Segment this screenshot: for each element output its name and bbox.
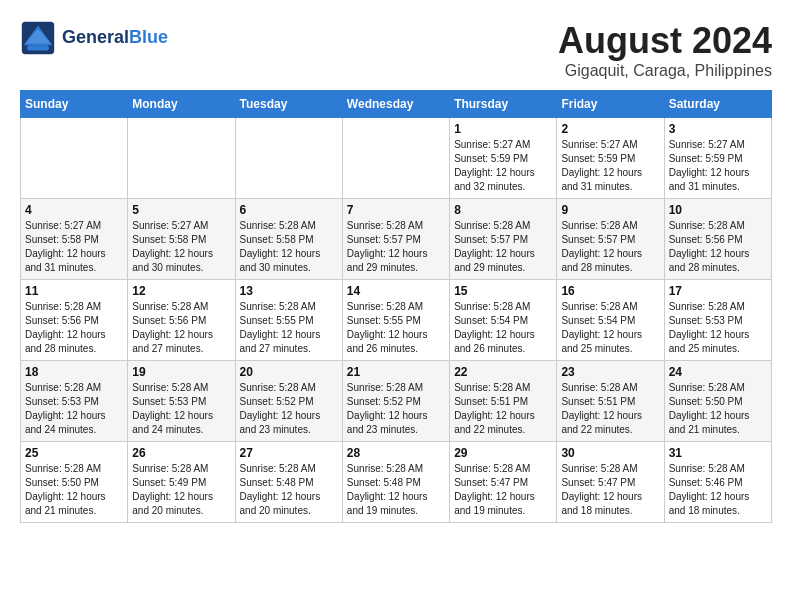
day-number: 2: [561, 122, 659, 136]
calendar-cell: 24Sunrise: 5:28 AM Sunset: 5:50 PM Dayli…: [664, 361, 771, 442]
day-number: 14: [347, 284, 445, 298]
day-info: Sunrise: 5:28 AM Sunset: 5:48 PM Dayligh…: [240, 462, 338, 518]
day-info: Sunrise: 5:28 AM Sunset: 5:51 PM Dayligh…: [454, 381, 552, 437]
calendar-cell: 29Sunrise: 5:28 AM Sunset: 5:47 PM Dayli…: [450, 442, 557, 523]
day-info: Sunrise: 5:28 AM Sunset: 5:52 PM Dayligh…: [347, 381, 445, 437]
day-number: 5: [132, 203, 230, 217]
calendar-cell: 3Sunrise: 5:27 AM Sunset: 5:59 PM Daylig…: [664, 118, 771, 199]
calendar-cell: 27Sunrise: 5:28 AM Sunset: 5:48 PM Dayli…: [235, 442, 342, 523]
calendar-cell: 21Sunrise: 5:28 AM Sunset: 5:52 PM Dayli…: [342, 361, 449, 442]
day-info: Sunrise: 5:27 AM Sunset: 5:59 PM Dayligh…: [561, 138, 659, 194]
weekday-header-monday: Monday: [128, 91, 235, 118]
calendar-week-1: 1Sunrise: 5:27 AM Sunset: 5:59 PM Daylig…: [21, 118, 772, 199]
day-number: 23: [561, 365, 659, 379]
calendar-cell: 6Sunrise: 5:28 AM Sunset: 5:58 PM Daylig…: [235, 199, 342, 280]
calendar-week-5: 25Sunrise: 5:28 AM Sunset: 5:50 PM Dayli…: [21, 442, 772, 523]
day-number: 26: [132, 446, 230, 460]
calendar-cell: 5Sunrise: 5:27 AM Sunset: 5:58 PM Daylig…: [128, 199, 235, 280]
calendar-cell: 14Sunrise: 5:28 AM Sunset: 5:55 PM Dayli…: [342, 280, 449, 361]
calendar-cell: 9Sunrise: 5:28 AM Sunset: 5:57 PM Daylig…: [557, 199, 664, 280]
day-info: Sunrise: 5:28 AM Sunset: 5:56 PM Dayligh…: [25, 300, 123, 356]
day-info: Sunrise: 5:27 AM Sunset: 5:59 PM Dayligh…: [669, 138, 767, 194]
day-info: Sunrise: 5:28 AM Sunset: 5:56 PM Dayligh…: [669, 219, 767, 275]
day-number: 24: [669, 365, 767, 379]
day-number: 11: [25, 284, 123, 298]
svg-rect-3: [27, 45, 49, 50]
day-number: 8: [454, 203, 552, 217]
calendar-cell: 13Sunrise: 5:28 AM Sunset: 5:55 PM Dayli…: [235, 280, 342, 361]
calendar-cell: 25Sunrise: 5:28 AM Sunset: 5:50 PM Dayli…: [21, 442, 128, 523]
day-number: 9: [561, 203, 659, 217]
weekday-header-saturday: Saturday: [664, 91, 771, 118]
calendar-cell: [342, 118, 449, 199]
calendar-cell: 18Sunrise: 5:28 AM Sunset: 5:53 PM Dayli…: [21, 361, 128, 442]
day-info: Sunrise: 5:28 AM Sunset: 5:48 PM Dayligh…: [347, 462, 445, 518]
calendar-cell: 16Sunrise: 5:28 AM Sunset: 5:54 PM Dayli…: [557, 280, 664, 361]
day-info: Sunrise: 5:28 AM Sunset: 5:53 PM Dayligh…: [669, 300, 767, 356]
calendar-cell: 4Sunrise: 5:27 AM Sunset: 5:58 PM Daylig…: [21, 199, 128, 280]
day-info: Sunrise: 5:27 AM Sunset: 5:58 PM Dayligh…: [132, 219, 230, 275]
calendar-week-2: 4Sunrise: 5:27 AM Sunset: 5:58 PM Daylig…: [21, 199, 772, 280]
day-info: Sunrise: 5:28 AM Sunset: 5:51 PM Dayligh…: [561, 381, 659, 437]
calendar-cell: 11Sunrise: 5:28 AM Sunset: 5:56 PM Dayli…: [21, 280, 128, 361]
calendar-week-3: 11Sunrise: 5:28 AM Sunset: 5:56 PM Dayli…: [21, 280, 772, 361]
day-info: Sunrise: 5:28 AM Sunset: 5:47 PM Dayligh…: [561, 462, 659, 518]
calendar-cell: 17Sunrise: 5:28 AM Sunset: 5:53 PM Dayli…: [664, 280, 771, 361]
calendar-cell: 22Sunrise: 5:28 AM Sunset: 5:51 PM Dayli…: [450, 361, 557, 442]
day-info: Sunrise: 5:28 AM Sunset: 5:49 PM Dayligh…: [132, 462, 230, 518]
weekday-header-wednesday: Wednesday: [342, 91, 449, 118]
day-info: Sunrise: 5:28 AM Sunset: 5:50 PM Dayligh…: [669, 381, 767, 437]
calendar-cell: 23Sunrise: 5:28 AM Sunset: 5:51 PM Dayli…: [557, 361, 664, 442]
calendar-cell: 2Sunrise: 5:27 AM Sunset: 5:59 PM Daylig…: [557, 118, 664, 199]
day-info: Sunrise: 5:27 AM Sunset: 5:58 PM Dayligh…: [25, 219, 123, 275]
day-number: 13: [240, 284, 338, 298]
day-info: Sunrise: 5:28 AM Sunset: 5:58 PM Dayligh…: [240, 219, 338, 275]
weekday-header-tuesday: Tuesday: [235, 91, 342, 118]
day-number: 18: [25, 365, 123, 379]
weekday-header-thursday: Thursday: [450, 91, 557, 118]
day-number: 16: [561, 284, 659, 298]
day-number: 22: [454, 365, 552, 379]
day-info: Sunrise: 5:28 AM Sunset: 5:57 PM Dayligh…: [561, 219, 659, 275]
logo-icon: [20, 20, 56, 56]
day-number: 27: [240, 446, 338, 460]
day-info: Sunrise: 5:28 AM Sunset: 5:56 PM Dayligh…: [132, 300, 230, 356]
day-info: Sunrise: 5:28 AM Sunset: 5:52 PM Dayligh…: [240, 381, 338, 437]
calendar-cell: 19Sunrise: 5:28 AM Sunset: 5:53 PM Dayli…: [128, 361, 235, 442]
calendar-cell: 31Sunrise: 5:28 AM Sunset: 5:46 PM Dayli…: [664, 442, 771, 523]
calendar-cell: 20Sunrise: 5:28 AM Sunset: 5:52 PM Dayli…: [235, 361, 342, 442]
title-block: August 2024 Gigaquit, Caraga, Philippine…: [558, 20, 772, 80]
day-number: 3: [669, 122, 767, 136]
page-header: GeneralBlue August 2024 Gigaquit, Caraga…: [20, 20, 772, 80]
day-info: Sunrise: 5:28 AM Sunset: 5:53 PM Dayligh…: [132, 381, 230, 437]
day-info: Sunrise: 5:28 AM Sunset: 5:54 PM Dayligh…: [454, 300, 552, 356]
day-number: 4: [25, 203, 123, 217]
day-number: 10: [669, 203, 767, 217]
month-year: August 2024: [558, 20, 772, 62]
calendar-cell: 30Sunrise: 5:28 AM Sunset: 5:47 PM Dayli…: [557, 442, 664, 523]
calendar-cell: 28Sunrise: 5:28 AM Sunset: 5:48 PM Dayli…: [342, 442, 449, 523]
logo-name: GeneralBlue: [62, 28, 168, 48]
day-number: 19: [132, 365, 230, 379]
day-number: 15: [454, 284, 552, 298]
day-info: Sunrise: 5:28 AM Sunset: 5:53 PM Dayligh…: [25, 381, 123, 437]
day-number: 6: [240, 203, 338, 217]
day-info: Sunrise: 5:28 AM Sunset: 5:55 PM Dayligh…: [347, 300, 445, 356]
day-number: 12: [132, 284, 230, 298]
calendar-cell: 15Sunrise: 5:28 AM Sunset: 5:54 PM Dayli…: [450, 280, 557, 361]
calendar-cell: 26Sunrise: 5:28 AM Sunset: 5:49 PM Dayli…: [128, 442, 235, 523]
calendar-cell: [235, 118, 342, 199]
calendar-cell: [21, 118, 128, 199]
day-number: 29: [454, 446, 552, 460]
day-info: Sunrise: 5:28 AM Sunset: 5:55 PM Dayligh…: [240, 300, 338, 356]
calendar-cell: [128, 118, 235, 199]
day-number: 7: [347, 203, 445, 217]
day-number: 20: [240, 365, 338, 379]
day-info: Sunrise: 5:28 AM Sunset: 5:57 PM Dayligh…: [347, 219, 445, 275]
calendar: SundayMondayTuesdayWednesdayThursdayFrid…: [20, 90, 772, 523]
day-info: Sunrise: 5:28 AM Sunset: 5:46 PM Dayligh…: [669, 462, 767, 518]
calendar-week-4: 18Sunrise: 5:28 AM Sunset: 5:53 PM Dayli…: [21, 361, 772, 442]
calendar-cell: 7Sunrise: 5:28 AM Sunset: 5:57 PM Daylig…: [342, 199, 449, 280]
calendar-cell: 12Sunrise: 5:28 AM Sunset: 5:56 PM Dayli…: [128, 280, 235, 361]
day-number: 1: [454, 122, 552, 136]
